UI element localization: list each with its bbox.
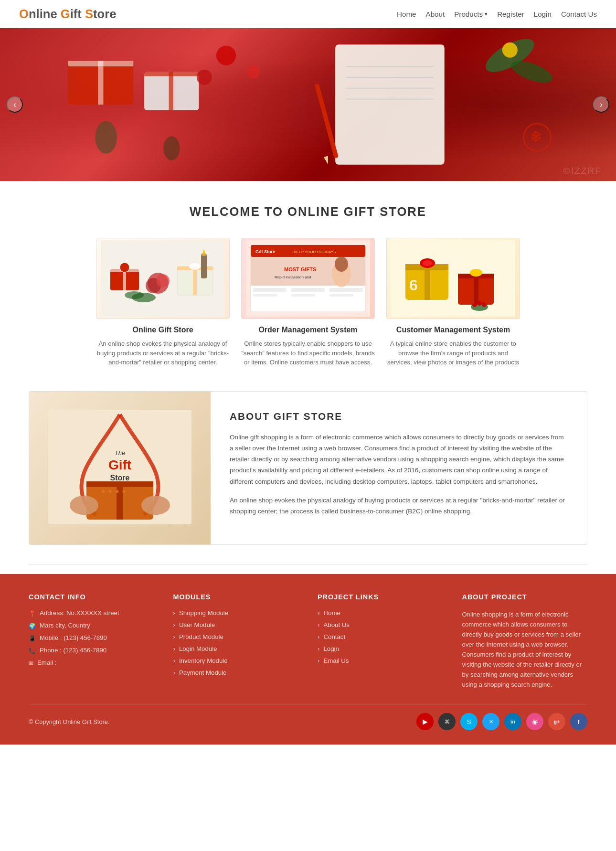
- card-gift-store-image: [96, 238, 230, 319]
- nav-login[interactable]: Login: [534, 10, 552, 18]
- module-login-link[interactable]: Login Module: [179, 645, 217, 652]
- hero-banner: ‹ ❄ ©IZZRF ›: [0, 28, 616, 181]
- phone-icon: 📞: [29, 648, 36, 654]
- svg-point-30: [156, 274, 170, 287]
- about-paragraph-2: An online shop evokes the physical analo…: [230, 495, 568, 517]
- navbar: Online Gift Store Home About Products▾ R…: [0, 0, 616, 28]
- svg-text:6: 6: [409, 277, 418, 294]
- link-arrow-icon: ›: [318, 609, 319, 617]
- svg-point-22: [502, 43, 518, 58]
- social-icons: ▶ ⌘ S ✕ in ◉ g+ f: [416, 713, 587, 730]
- footer-contact-col: CONTACT INFO 📍 Address: No.XXXXXX street…: [29, 593, 154, 690]
- link-arrow-icon: ›: [318, 621, 319, 628]
- project-about-link[interactable]: About Us: [323, 621, 350, 628]
- svg-rect-53: [329, 294, 353, 297]
- social-youtube[interactable]: ▶: [416, 713, 434, 730]
- project-link-about: › About Us: [318, 621, 443, 628]
- module-login: › Login Module: [173, 645, 299, 652]
- about-divider: [29, 564, 587, 564]
- module-arrow-icon: ›: [173, 633, 175, 640]
- module-arrow-icon: ›: [173, 657, 175, 664]
- footer-links-col: PROJECT LINKS › Home › About Us › Contac…: [318, 593, 443, 690]
- project-email-link[interactable]: Email Us: [323, 657, 349, 664]
- mobile-text: Mobile : (123) 456-7890: [40, 634, 107, 641]
- svg-rect-11: [335, 44, 445, 164]
- svg-text:★ ★ ★ ★: ★ ★ ★ ★: [101, 488, 127, 495]
- social-skype[interactable]: S: [460, 713, 478, 730]
- hero-next-button[interactable]: ›: [593, 96, 609, 113]
- svg-text:The: The: [115, 449, 125, 457]
- contact-mobile: 📱 Mobile : (123) 456-7890: [29, 634, 154, 642]
- logo[interactable]: Online Gift Store: [19, 7, 116, 21]
- module-product-link[interactable]: Product Module: [179, 633, 223, 640]
- svg-rect-50: [291, 288, 325, 292]
- card-order-management-desc: Online stores typically enable shoppers …: [241, 339, 375, 367]
- svg-text:MOST GIFTS: MOST GIFTS: [284, 266, 316, 272]
- social-github[interactable]: ⌘: [438, 713, 456, 730]
- svg-marker-17: [324, 156, 330, 165]
- svg-rect-52: [329, 288, 363, 292]
- svg-rect-49: [253, 294, 277, 297]
- module-inventory: › Inventory Module: [173, 657, 299, 664]
- module-shopping-link[interactable]: Shopping Module: [179, 609, 228, 617]
- about-image: The Gift Store ★ ★ ★ ★: [29, 392, 211, 544]
- card-order-management-title: Order Management System: [241, 326, 375, 334]
- about-badge-svg: The Gift Store ★ ★ ★ ★: [48, 410, 191, 524]
- project-contact-link[interactable]: Contact: [323, 633, 345, 640]
- svg-rect-5: [169, 72, 173, 110]
- svg-text:❄: ❄: [530, 128, 542, 145]
- footer-columns: CONTACT INFO 📍 Address: No.XXXXXX street…: [29, 593, 587, 690]
- project-link-login: › Login: [318, 645, 443, 652]
- nav-links: Home About Products▾ Register Login Cont…: [397, 10, 597, 19]
- card-order-management: Gift Store KEEP YOUR HOLIDAYS MOST GIFTS…: [241, 238, 375, 367]
- copyright-text: © Copyright Online Gift Store.: [29, 718, 109, 725]
- module-user: › User Module: [173, 621, 299, 628]
- svg-rect-74: [117, 481, 123, 520]
- about-section: The Gift Store ★ ★ ★ ★ ABOUT GIFT STORE …: [29, 391, 587, 545]
- footer-bottom: © Copyright Online Gift Store. ▶ ⌘ S ✕ i…: [29, 704, 587, 730]
- social-twitter[interactable]: ✕: [482, 713, 499, 730]
- social-facebook[interactable]: f: [570, 713, 587, 730]
- social-linkedin[interactable]: in: [504, 713, 521, 730]
- nav-about[interactable]: About: [426, 10, 445, 18]
- svg-rect-48: [253, 288, 287, 292]
- svg-rect-2: [98, 61, 103, 105]
- about-heading: ABOUT GIFT STORE: [230, 411, 568, 422]
- nav-contact[interactable]: Contact Us: [561, 10, 597, 18]
- card-gift-store-title: Online Gift Store: [96, 326, 230, 334]
- link-arrow-icon: ›: [318, 657, 319, 664]
- nav-register[interactable]: Register: [497, 10, 524, 18]
- hero-image: ❄: [0, 28, 616, 181]
- footer-about-text: Online shopping is a form of electronic …: [462, 609, 588, 690]
- nav-products[interactable]: Products: [454, 10, 483, 18]
- card-customer-management-title: Customer Management System: [386, 326, 520, 334]
- contact-phone: 📞 Phone : (123) 456-7890: [29, 647, 154, 654]
- module-product: › Product Module: [173, 633, 299, 640]
- products-dropdown-icon: ▾: [485, 11, 488, 17]
- module-arrow-icon: ›: [173, 621, 175, 628]
- email-icon: ✉: [29, 660, 33, 667]
- project-link-contact: › Contact: [318, 633, 443, 640]
- svg-point-61: [423, 260, 432, 266]
- footer-contact-list: 📍 Address: No.XXXXXX street 🌍 Mars city,…: [29, 609, 154, 667]
- project-login-link[interactable]: Login: [323, 645, 339, 652]
- svg-point-65: [470, 269, 482, 277]
- module-inventory-link[interactable]: Inventory Module: [179, 657, 228, 664]
- module-payment: › Payment Module: [173, 669, 299, 676]
- contact-email: ✉ Email :: [29, 659, 154, 667]
- footer-links-heading: PROJECT LINKS: [318, 593, 443, 601]
- module-payment-link[interactable]: Payment Module: [179, 669, 227, 676]
- svg-point-8: [216, 46, 236, 65]
- social-dribbble[interactable]: ◉: [526, 713, 543, 730]
- link-arrow-icon: ›: [318, 645, 319, 652]
- welcome-section: WELCOME TO ONLINE GIFT STORE: [0, 181, 616, 391]
- footer-about-col: ABOUT PROJECT Online shopping is a form …: [462, 593, 588, 690]
- nav-home[interactable]: Home: [397, 10, 416, 18]
- customer-management-svg: 6: [391, 240, 515, 317]
- project-home-link[interactable]: Home: [323, 609, 340, 617]
- social-gplus[interactable]: g+: [548, 713, 565, 730]
- module-arrow-icon: ›: [173, 645, 175, 652]
- svg-rect-33: [193, 266, 197, 295]
- module-user-link[interactable]: User Module: [179, 621, 215, 628]
- card-customer-management: 6 Customer Management System A typical o…: [386, 238, 520, 367]
